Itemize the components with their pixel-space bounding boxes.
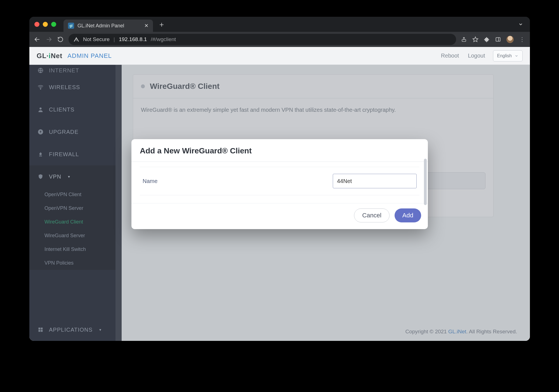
profile-avatar[interactable] xyxy=(506,36,514,43)
url-path: /#/wgclient xyxy=(151,36,176,42)
window-close-icon[interactable] xyxy=(34,22,39,27)
tab-close-icon[interactable]: ✕ xyxy=(144,23,148,29)
cancel-button[interactable]: Cancel xyxy=(354,208,389,222)
extensions-icon[interactable] xyxy=(484,37,490,42)
brand-logo: GL·iNet xyxy=(37,52,62,60)
svg-marker-3 xyxy=(473,37,478,42)
tabs-overflow-icon[interactable] xyxy=(518,22,523,27)
modal-title: Add a New WireGuard® Client xyxy=(131,139,428,162)
modal-scrollbar[interactable] xyxy=(424,159,427,205)
app-header: GL·iNet ADMIN PANEL Reboot Logout Englis… xyxy=(29,47,530,65)
url-host: 192.168.8.1 xyxy=(119,36,147,42)
favicon-icon: gl xyxy=(68,23,74,29)
browser-tab[interactable]: gl GL.iNet Admin Panel ✕ xyxy=(63,20,153,32)
name-label: Name xyxy=(143,178,157,184)
address-bar: Not Secure | 192.168.8.1/#/wgclient ⋮ xyxy=(29,32,530,47)
window-controls[interactable] xyxy=(34,22,56,27)
nav-back-button[interactable] xyxy=(34,36,41,43)
nav-forward-button[interactable] xyxy=(46,36,52,43)
new-tab-button[interactable]: ＋ xyxy=(158,20,165,29)
logout-link[interactable]: Logout xyxy=(468,53,485,59)
share-icon[interactable] xyxy=(461,37,467,42)
chevron-down-icon xyxy=(515,54,518,58)
add-button[interactable]: Add xyxy=(395,208,421,222)
reboot-link[interactable]: Reboot xyxy=(441,53,459,59)
url-separator: | xyxy=(114,36,115,42)
tab-title: GL.iNet Admin Panel xyxy=(77,23,141,29)
svg-rect-4 xyxy=(496,37,500,41)
panel-icon[interactable] xyxy=(495,37,501,42)
tab-strip: gl GL.iNet Admin Panel ✕ ＋ xyxy=(29,17,530,32)
add-wireguard-modal: Add a New WireGuard® Client Name Cancel … xyxy=(131,139,428,229)
window-minimize-icon[interactable] xyxy=(43,22,48,27)
not-secure-label: Not Secure xyxy=(83,36,110,42)
url-input[interactable]: Not Secure | 192.168.8.1/#/wgclient xyxy=(69,34,456,45)
admin-panel-title: ADMIN PANEL xyxy=(67,52,112,60)
bookmark-icon[interactable] xyxy=(472,36,478,42)
language-select[interactable]: English xyxy=(493,50,523,61)
window-maximize-icon[interactable] xyxy=(51,22,56,27)
browser-menu-icon[interactable]: ⋮ xyxy=(519,36,525,43)
name-input[interactable] xyxy=(333,174,417,188)
reload-button[interactable] xyxy=(57,36,63,42)
language-label: English xyxy=(497,53,512,58)
not-secure-icon xyxy=(74,37,79,42)
browser-window: gl GL.iNet Admin Panel ✕ ＋ xyxy=(29,17,530,341)
